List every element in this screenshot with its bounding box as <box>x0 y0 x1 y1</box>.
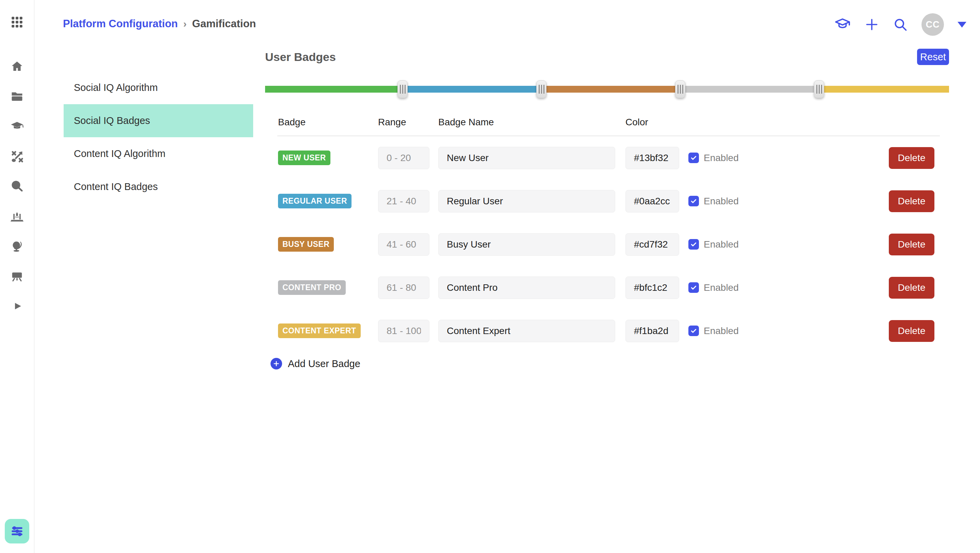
delete-button[interactable]: Delete <box>889 234 934 255</box>
range-input[interactable] <box>378 276 430 299</box>
delete-button[interactable]: Delete <box>889 320 934 342</box>
strategy-icon[interactable] <box>11 150 24 163</box>
nav-social-iq-badges[interactable]: Social IQ Badges <box>64 104 253 137</box>
table-row: CONTENT PRO Enabled Delete <box>265 266 950 309</box>
sliders-settings-icon[interactable] <box>5 519 29 543</box>
badge-range-slider <box>265 86 949 92</box>
delete-button[interactable]: Delete <box>889 277 934 299</box>
reset-button[interactable]: Reset <box>917 49 949 65</box>
slider-segment-busy-user <box>541 86 680 92</box>
table-row: CONTENT EXPERT Enabled Delete <box>265 309 950 352</box>
slider-segment-new-user <box>265 86 402 92</box>
caret-down-icon[interactable] <box>958 22 966 27</box>
gamification-subnav: Social IQ Algorithm Social IQ Badges Con… <box>64 71 253 203</box>
enabled-checkbox[interactable] <box>688 282 699 293</box>
gamification-settings-page: Platform Configuration › Gamification CC… <box>0 0 980 553</box>
enabled-checkbox[interactable] <box>688 196 699 206</box>
graduation-cap-icon[interactable] <box>834 16 851 33</box>
header-range: Range <box>378 117 430 128</box>
delete-button[interactable]: Delete <box>889 190 934 212</box>
color-input[interactable] <box>625 320 679 342</box>
enabled-label: Enabled <box>704 282 739 293</box>
badge-name-input[interactable] <box>438 320 615 342</box>
badge-name-input[interactable] <box>438 190 615 212</box>
page-title: User Badges <box>265 50 336 64</box>
search-icon[interactable] <box>11 180 24 193</box>
delete-button[interactable]: Delete <box>889 147 934 169</box>
nav-content-iq-algorithm[interactable]: Content IQ Algorithm <box>64 137 253 170</box>
slider-track <box>265 86 949 92</box>
table-row: BUSY USER Enabled Delete <box>265 223 950 266</box>
badge-name-input[interactable] <box>438 147 615 169</box>
graduation-cap-icon[interactable] <box>11 120 24 133</box>
badge-pill: CONTENT EXPERT <box>278 324 361 338</box>
apps-grid-icon[interactable] <box>0 15 34 29</box>
enabled-checkbox[interactable] <box>688 325 699 336</box>
enabled-label: Enabled <box>704 239 739 250</box>
home-icon[interactable] <box>11 60 24 73</box>
range-input[interactable] <box>378 190 430 212</box>
header-badge: Badge <box>278 117 378 128</box>
topbar-actions: CC <box>834 10 966 39</box>
folder-icon[interactable] <box>11 90 24 103</box>
slider-segment-content-pro <box>680 86 819 92</box>
plus-icon[interactable] <box>864 17 879 32</box>
slider-handle-4[interactable] <box>814 80 824 98</box>
icon-sidebar <box>0 0 34 553</box>
range-input[interactable] <box>378 147 430 169</box>
slider-handle-1[interactable] <box>398 80 408 98</box>
color-input[interactable] <box>625 276 679 299</box>
globe-icon[interactable] <box>11 240 24 253</box>
slider-segment-content-expert <box>819 86 949 92</box>
badge-name-input[interactable] <box>438 233 615 256</box>
add-user-badge-label: Add User Badge <box>288 358 360 370</box>
header-badge-name: Badge Name <box>438 117 615 128</box>
badge-pill: NEW USER <box>278 150 331 165</box>
badge-pill: CONTENT PRO <box>278 280 346 295</box>
enabled-label: Enabled <box>704 153 739 163</box>
plus-circle-icon <box>270 358 282 370</box>
color-input[interactable] <box>625 190 679 212</box>
enabled-checkbox[interactable] <box>688 239 699 250</box>
range-input[interactable] <box>378 233 430 256</box>
table-row: REGULAR USER Enabled Delete <box>265 180 950 223</box>
breadcrumb-separator: › <box>183 18 187 30</box>
badge-pill: BUSY USER <box>278 237 334 252</box>
avatar[interactable]: CC <box>921 13 944 36</box>
slider-handle-2[interactable] <box>536 80 546 98</box>
sidebar-icon-stack <box>0 60 34 312</box>
breadcrumb-platform-configuration[interactable]: Platform Configuration <box>63 18 178 30</box>
color-input[interactable] <box>625 233 679 256</box>
slider-segment-regular-user <box>402 86 541 92</box>
breadcrumb-gamification: Gamification <box>192 18 256 30</box>
table-header: Badge Range Badge Name Color <box>265 115 950 129</box>
range-input[interactable] <box>378 320 430 342</box>
badge-table-body: NEW USER Enabled Delete REGULAR USER Ena… <box>265 136 950 352</box>
enabled-checkbox[interactable] <box>688 153 699 163</box>
color-input[interactable] <box>625 147 679 169</box>
table-row: NEW USER Enabled Delete <box>265 136 950 180</box>
nav-content-iq-badges[interactable]: Content IQ Badges <box>64 170 253 203</box>
enabled-label: Enabled <box>704 325 739 336</box>
search-icon[interactable] <box>893 17 908 32</box>
badge-pill: REGULAR USER <box>278 194 352 209</box>
presentation-board-icon[interactable] <box>11 270 24 283</box>
badge-name-input[interactable] <box>438 276 615 299</box>
header-color: Color <box>625 117 679 128</box>
breadcrumb: Platform Configuration › Gamification <box>63 18 256 30</box>
nav-social-iq-algorithm[interactable]: Social IQ Algorithm <box>64 71 253 104</box>
rocket-laptop-icon[interactable] <box>11 210 24 223</box>
expand-icon[interactable] <box>11 300 24 312</box>
add-user-badge-button[interactable]: Add User Badge <box>270 352 360 375</box>
slider-handle-3[interactable] <box>675 80 685 98</box>
enabled-label: Enabled <box>704 196 739 207</box>
